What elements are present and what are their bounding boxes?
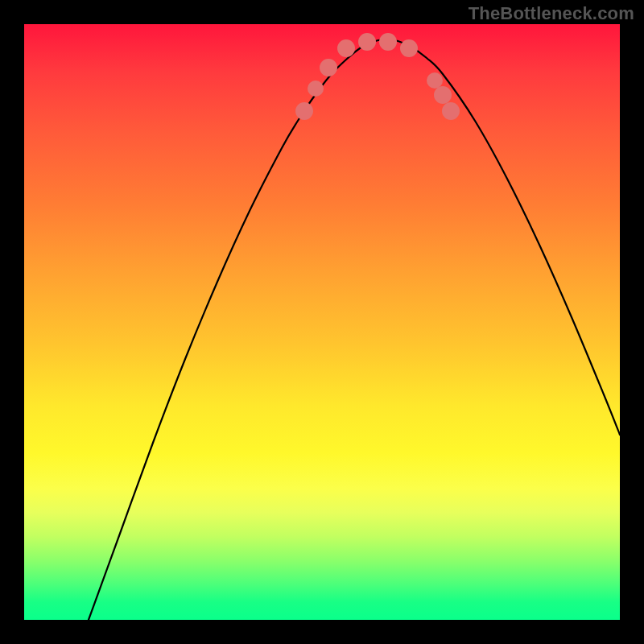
data-marker xyxy=(379,33,397,51)
data-marker xyxy=(400,39,418,57)
watermark-text: TheBottleneck.com xyxy=(469,3,634,24)
plot-area xyxy=(24,24,620,620)
data-marker xyxy=(427,72,443,89)
data-marker xyxy=(320,59,337,76)
data-marker xyxy=(358,33,376,51)
data-marker xyxy=(442,102,460,120)
data-marker xyxy=(434,86,452,104)
data-marker xyxy=(337,39,355,57)
curve-layer xyxy=(24,24,620,620)
data-marker xyxy=(295,102,313,120)
marker-group xyxy=(295,33,460,120)
chart-frame: TheBottleneck.com xyxy=(0,0,644,644)
data-marker xyxy=(308,80,324,97)
bottleneck-curve xyxy=(89,39,620,620)
